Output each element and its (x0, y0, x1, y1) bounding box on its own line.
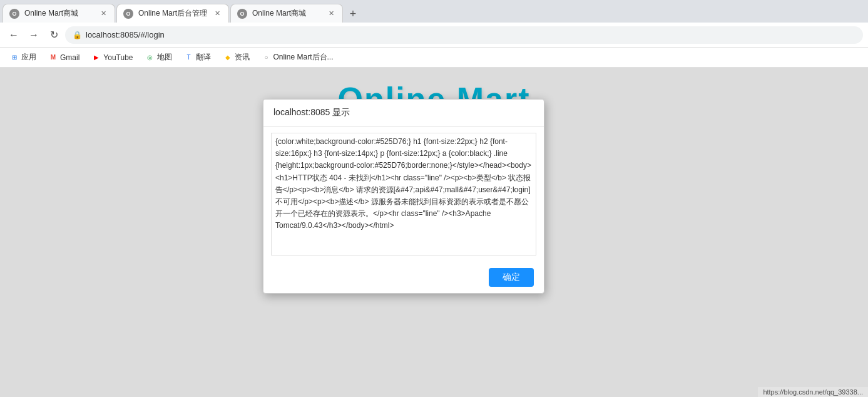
youtube-icon: ▶ (92, 53, 101, 62)
tab-2-favicon: O (123, 9, 133, 19)
bookmark-youtube-label: YouTube (103, 53, 133, 62)
bookmark-gmail-label: Gmail (60, 53, 79, 62)
dialog-body: {color:white;background-color:#525D76;} … (263, 126, 544, 262)
bookmark-onlinemart[interactable]: ○ Online Mart后台... (257, 50, 339, 64)
nav-bar: ← → ↻ 🔒 localhost:8085/#/login (0, 23, 868, 48)
tab-3-favicon: O (237, 9, 247, 19)
bookmark-maps[interactable]: ◎ 地图 (141, 50, 177, 64)
apps-icon: ⊞ (10, 53, 19, 62)
tab-2-title: Online Mart后台管理 (138, 8, 207, 19)
tab-1-close[interactable]: ✕ (98, 9, 108, 19)
bookmark-translate-label: 翻译 (196, 52, 211, 63)
lock-icon: 🔒 (73, 31, 82, 39)
tab-1-title: Online Mart商城 (24, 8, 93, 19)
tab-2[interactable]: O Online Mart后台管理 ✕ (116, 4, 229, 23)
bookmark-youtube[interactable]: ▶ YouTube (87, 51, 138, 64)
bookmark-news-label: 资讯 (235, 52, 250, 63)
tab-3-title: Online Mart商城 (252, 8, 321, 19)
url-text: localhost:8085/#/login (86, 30, 165, 39)
dialog-content[interactable]: {color:white;background-color:#525D76;} … (271, 133, 536, 255)
address-bar[interactable]: 🔒 localhost:8085/#/login (65, 26, 863, 44)
news-icon: ◆ (223, 53, 232, 62)
new-tab-button[interactable]: + (344, 5, 362, 23)
dialog-footer: 确定 (263, 262, 544, 293)
title-bar: O Online Mart商城 ✕ O Online Mart后台管理 ✕ O … (0, 0, 868, 23)
bookmark-apps-label: 应用 (21, 52, 36, 63)
refresh-button[interactable]: ↻ (45, 26, 63, 44)
onlinemart-icon: ○ (262, 53, 271, 62)
bookmark-apps[interactable]: ⊞ 应用 (5, 50, 41, 64)
dialog-title: localhost:8085 显示 (273, 107, 350, 117)
tab-3[interactable]: O Online Mart商城 ✕ (230, 4, 343, 23)
bookmark-news[interactable]: ◆ 资讯 (218, 50, 255, 64)
bookmark-maps-label: 地图 (157, 52, 172, 63)
tab-3-close[interactable]: ✕ (326, 9, 336, 19)
bookmark-translate[interactable]: T 翻译 (180, 50, 216, 64)
translate-icon: T (185, 53, 193, 62)
forward-button[interactable]: → (25, 26, 43, 44)
tab-1[interactable]: O Online Mart商城 ✕ (3, 4, 115, 23)
back-button[interactable]: ← (5, 26, 23, 44)
tab-2-close[interactable]: ✕ (212, 9, 222, 19)
page-content: Online Mart 登录 注册 登录 localhost:8085 显示 {… (0, 68, 868, 397)
tab-1-favicon: O (9, 9, 19, 19)
bookmarks-bar: ⊞ 应用 M Gmail ▶ YouTube ◎ 地图 T 翻译 ◆ 资讯 ○ … (0, 48, 868, 68)
dialog-text: {color:white;background-color:#525D76;} … (275, 137, 531, 230)
alert-dialog: localhost:8085 显示 {color:white;backgroun… (263, 99, 544, 294)
bookmark-gmail[interactable]: M Gmail (44, 51, 84, 64)
gmail-icon: M (49, 53, 58, 62)
browser-frame: O Online Mart商城 ✕ O Online Mart后台管理 ✕ O … (0, 0, 868, 397)
maps-icon: ◎ (146, 53, 155, 62)
bookmark-onlinemart-label: Online Mart后台... (273, 52, 334, 63)
confirm-button[interactable]: 确定 (489, 268, 534, 287)
dialog-header: localhost:8085 显示 (263, 100, 544, 126)
